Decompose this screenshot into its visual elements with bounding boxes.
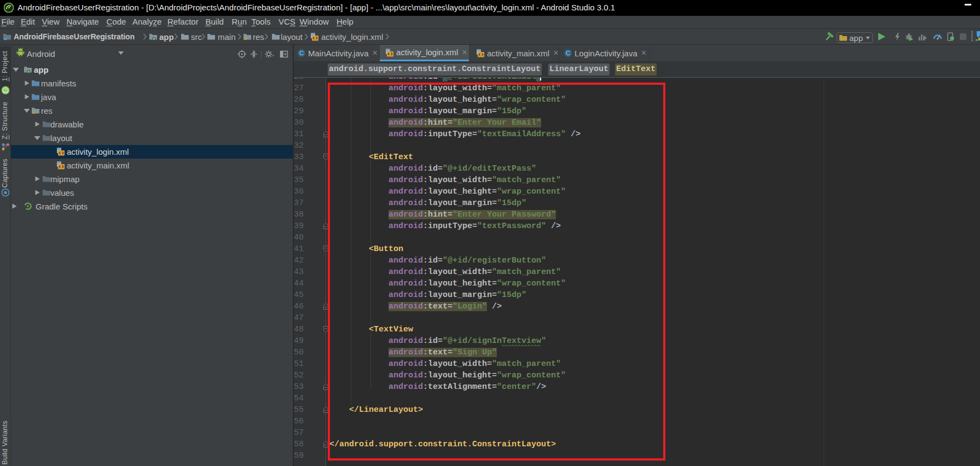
svg-text:C: C [566, 50, 570, 56]
svg-text:C: C [299, 50, 304, 56]
